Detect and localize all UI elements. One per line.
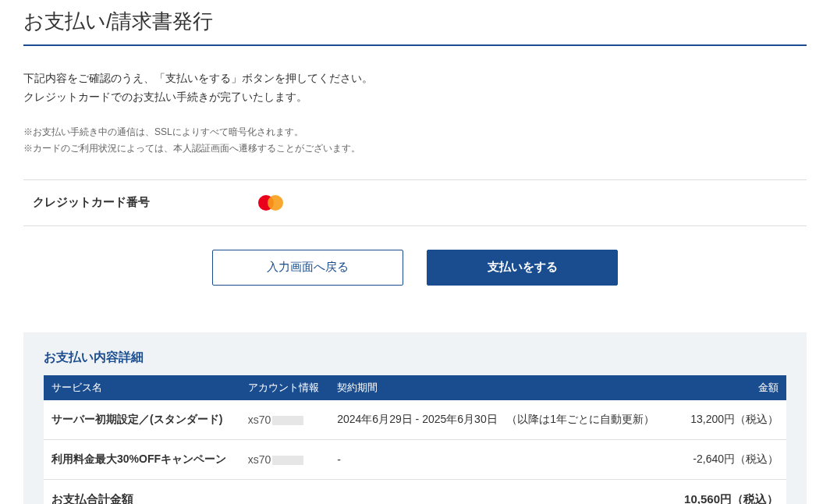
button-row: 入力画面へ戻る 支払いをする bbox=[23, 250, 807, 286]
credit-card-label: クレジットカード番号 bbox=[23, 195, 257, 210]
period-text: 2024年6月29日 - 2025年6月30日 bbox=[337, 413, 497, 425]
notes: ※お支払い手続き中の通信は、SSLによりすべて暗号化されます。 ※カードのご利用… bbox=[23, 124, 807, 158]
th-account: アカウント情報 bbox=[240, 375, 330, 400]
cell-period: - bbox=[329, 439, 672, 479]
cell-period: 2024年6月29日 - 2025年6月30日 （以降は1年ごとに自動更新） bbox=[329, 400, 672, 440]
table-row: 利用料金最大30%OFFキャンペーン xs70 - -2,640円（税込） bbox=[44, 439, 786, 479]
pay-button[interactable]: 支払いをする bbox=[427, 250, 618, 286]
cell-account: xs70 bbox=[240, 439, 330, 479]
table-row: サーバー初期設定／(スタンダード) xs70 2024年6月29日 - 2025… bbox=[44, 400, 786, 440]
cell-amount: 13,200円（税込） bbox=[673, 400, 786, 440]
intro-line2: クレジットカードでのお支払い手続きが完了いたします。 bbox=[23, 88, 807, 107]
total-label: お支払合計金額 bbox=[44, 479, 673, 504]
total-amount: 10,560円（税込） bbox=[673, 479, 786, 504]
payment-details-table: サービス名 アカウント情報 契約期間 金額 サーバー初期設定／(スタンダード) … bbox=[44, 375, 786, 504]
intro-text: 下記内容をご確認のうえ、「支払いをする」ボタンを押してください。 クレジットカー… bbox=[23, 69, 807, 107]
period-text: - bbox=[337, 453, 341, 466]
th-amount: 金額 bbox=[673, 375, 786, 400]
payment-details-title: お支払い内容詳細 bbox=[44, 350, 786, 366]
note-ssl: ※お支払い手続き中の通信は、SSLによりすべて暗号化されます。 bbox=[23, 124, 807, 141]
cell-account: xs70 bbox=[240, 400, 330, 440]
mastercard-icon bbox=[257, 194, 284, 211]
renew-text: （以降は1年ごとに自動更新） bbox=[506, 413, 654, 425]
account-masked bbox=[272, 416, 303, 425]
credit-card-row: クレジットカード番号 bbox=[23, 179, 807, 226]
th-service: サービス名 bbox=[44, 375, 240, 400]
credit-card-value bbox=[257, 194, 284, 211]
cell-amount: -2,640円（税込） bbox=[673, 439, 786, 479]
cell-service: サーバー初期設定／(スタンダード) bbox=[44, 400, 240, 440]
table-header-row: サービス名 アカウント情報 契約期間 金額 bbox=[44, 375, 786, 400]
payment-details-panel: お支払い内容詳細 サービス名 アカウント情報 契約期間 金額 サーバー初期設定／… bbox=[23, 332, 807, 504]
back-button[interactable]: 入力画面へ戻る bbox=[212, 250, 403, 286]
intro-line1: 下記内容をご確認のうえ、「支払いをする」ボタンを押してください。 bbox=[23, 69, 807, 88]
account-prefix: xs70 bbox=[248, 413, 271, 426]
th-period: 契約期間 bbox=[329, 375, 672, 400]
account-masked bbox=[272, 456, 303, 465]
note-auth: ※カードのご利用状況によっては、本人認証画面へ遷移することがございます。 bbox=[23, 140, 807, 158]
cell-service: 利用料金最大30%OFFキャンペーン bbox=[44, 439, 240, 479]
page-title: お支払い/請求書発行 bbox=[23, 0, 807, 46]
table-total-row: お支払合計金額 10,560円（税込） bbox=[44, 479, 786, 504]
account-prefix: xs70 bbox=[248, 453, 271, 466]
